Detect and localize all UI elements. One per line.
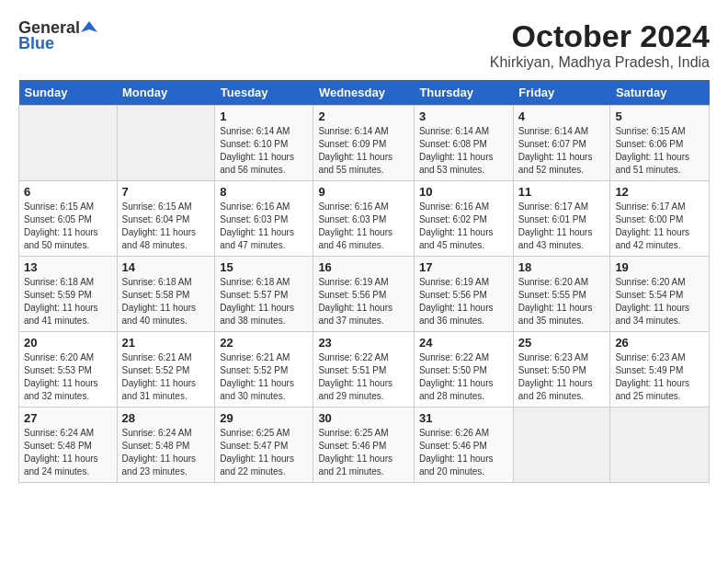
calendar-cell: 26Sunrise: 6:23 AMSunset: 5:49 PMDayligh… — [610, 332, 710, 408]
calendar-cell: 12Sunrise: 6:17 AMSunset: 6:00 PMDayligh… — [610, 181, 710, 257]
day-number: 31 — [419, 411, 508, 425]
day-number: 16 — [318, 260, 409, 274]
calendar-table: SundayMondayTuesdayWednesdayThursdayFrid… — [18, 80, 710, 483]
day-info: Sunrise: 6:16 AMSunset: 6:03 PMDaylight:… — [220, 201, 308, 252]
day-number: 29 — [220, 411, 308, 425]
calendar-cell: 4Sunrise: 6:14 AMSunset: 6:07 PMDaylight… — [513, 106, 610, 181]
calendar-cell: 6Sunrise: 6:15 AMSunset: 6:05 PMDaylight… — [19, 181, 118, 257]
day-number: 14 — [122, 260, 210, 274]
day-number: 5 — [615, 109, 704, 123]
calendar-week-2: 6Sunrise: 6:15 AMSunset: 6:05 PMDaylight… — [19, 181, 710, 257]
calendar-cell: 19Sunrise: 6:20 AMSunset: 5:54 PMDayligh… — [610, 257, 710, 332]
day-number: 12 — [615, 185, 704, 199]
calendar-cell: 31Sunrise: 6:26 AMSunset: 5:46 PMDayligh… — [414, 408, 513, 483]
calendar-week-5: 27Sunrise: 6:24 AMSunset: 5:48 PMDayligh… — [19, 408, 710, 483]
day-info: Sunrise: 6:15 AMSunset: 6:05 PMDaylight:… — [24, 201, 112, 252]
calendar-cell: 8Sunrise: 6:16 AMSunset: 6:03 PMDaylight… — [215, 181, 313, 257]
day-info: Sunrise: 6:20 AMSunset: 5:55 PMDaylight:… — [518, 276, 606, 327]
day-info: Sunrise: 6:14 AMSunset: 6:08 PMDaylight:… — [419, 125, 508, 177]
calendar-cell: 1Sunrise: 6:14 AMSunset: 6:10 PMDaylight… — [215, 106, 313, 181]
page-header: General Blue October 2024 Khirkiyan, Mad… — [18, 18, 710, 71]
calendar-cell: 27Sunrise: 6:24 AMSunset: 5:48 PMDayligh… — [19, 408, 118, 483]
day-info: Sunrise: 6:22 AMSunset: 5:51 PMDaylight:… — [318, 351, 409, 403]
day-info: Sunrise: 6:17 AMSunset: 6:01 PMDaylight:… — [518, 201, 606, 252]
day-info: Sunrise: 6:15 AMSunset: 6:04 PMDaylight:… — [122, 201, 210, 252]
weekday-header-sunday: Sunday — [19, 80, 118, 106]
day-number: 27 — [24, 411, 112, 425]
svg-marker-0 — [81, 21, 97, 32]
day-number: 25 — [518, 336, 606, 350]
weekday-header-saturday: Saturday — [610, 80, 710, 106]
day-info: Sunrise: 6:14 AMSunset: 6:09 PMDaylight:… — [318, 125, 409, 177]
day-info: Sunrise: 6:20 AMSunset: 5:54 PMDaylight:… — [615, 276, 704, 327]
day-number: 23 — [318, 336, 409, 350]
day-info: Sunrise: 6:25 AMSunset: 5:46 PMDaylight:… — [318, 427, 409, 478]
calendar-header-row: SundayMondayTuesdayWednesdayThursdayFrid… — [19, 80, 710, 106]
weekday-header-monday: Monday — [117, 80, 215, 106]
calendar-cell: 22Sunrise: 6:21 AMSunset: 5:52 PMDayligh… — [215, 332, 313, 408]
day-number: 21 — [122, 336, 210, 350]
calendar-cell: 7Sunrise: 6:15 AMSunset: 6:04 PMDaylight… — [117, 181, 215, 257]
day-number: 7 — [122, 185, 210, 199]
calendar-week-4: 20Sunrise: 6:20 AMSunset: 5:53 PMDayligh… — [19, 332, 710, 408]
calendar-body: 1Sunrise: 6:14 AMSunset: 6:10 PMDaylight… — [19, 106, 710, 483]
day-info: Sunrise: 6:23 AMSunset: 5:50 PMDaylight:… — [518, 351, 606, 403]
day-number: 28 — [122, 411, 210, 425]
day-number: 30 — [318, 411, 409, 425]
day-info: Sunrise: 6:16 AMSunset: 6:03 PMDaylight:… — [318, 201, 409, 252]
day-info: Sunrise: 6:17 AMSunset: 6:00 PMDaylight:… — [615, 201, 704, 252]
day-number: 19 — [615, 260, 704, 274]
calendar-cell: 18Sunrise: 6:20 AMSunset: 5:55 PMDayligh… — [513, 257, 610, 332]
logo-bird-icon — [81, 19, 97, 36]
calendar-cell: 23Sunrise: 6:22 AMSunset: 5:51 PMDayligh… — [313, 332, 415, 408]
calendar-cell — [610, 408, 710, 483]
calendar-cell: 30Sunrise: 6:25 AMSunset: 5:46 PMDayligh… — [313, 408, 415, 483]
day-info: Sunrise: 6:22 AMSunset: 5:50 PMDaylight:… — [419, 351, 508, 403]
calendar-cell: 24Sunrise: 6:22 AMSunset: 5:50 PMDayligh… — [414, 332, 513, 408]
day-number: 4 — [518, 109, 606, 123]
calendar-cell — [19, 106, 118, 181]
day-number: 20 — [24, 336, 112, 350]
day-info: Sunrise: 6:21 AMSunset: 5:52 PMDaylight:… — [122, 351, 210, 403]
calendar-cell — [513, 408, 610, 483]
calendar-cell: 16Sunrise: 6:19 AMSunset: 5:56 PMDayligh… — [313, 257, 415, 332]
day-info: Sunrise: 6:18 AMSunset: 5:59 PMDaylight:… — [24, 276, 112, 327]
day-number: 2 — [318, 109, 409, 123]
calendar-cell: 9Sunrise: 6:16 AMSunset: 6:03 PMDaylight… — [313, 181, 415, 257]
day-info: Sunrise: 6:21 AMSunset: 5:52 PMDaylight:… — [220, 351, 308, 403]
calendar-cell: 29Sunrise: 6:25 AMSunset: 5:47 PMDayligh… — [215, 408, 313, 483]
day-info: Sunrise: 6:14 AMSunset: 6:10 PMDaylight:… — [220, 125, 308, 177]
calendar-cell: 14Sunrise: 6:18 AMSunset: 5:58 PMDayligh… — [117, 257, 215, 332]
day-number: 26 — [615, 336, 704, 350]
calendar-cell: 2Sunrise: 6:14 AMSunset: 6:09 PMDaylight… — [313, 106, 415, 181]
calendar-cell: 21Sunrise: 6:21 AMSunset: 5:52 PMDayligh… — [117, 332, 215, 408]
day-number: 15 — [220, 260, 308, 274]
day-number: 13 — [24, 260, 112, 274]
day-number: 17 — [419, 260, 508, 274]
day-number: 24 — [419, 336, 508, 350]
day-number: 8 — [220, 185, 308, 199]
day-info: Sunrise: 6:18 AMSunset: 5:57 PMDaylight:… — [220, 276, 308, 327]
day-info: Sunrise: 6:14 AMSunset: 6:07 PMDaylight:… — [518, 125, 606, 177]
calendar-cell: 11Sunrise: 6:17 AMSunset: 6:01 PMDayligh… — [513, 181, 610, 257]
logo: General Blue — [18, 18, 97, 53]
day-info: Sunrise: 6:19 AMSunset: 5:56 PMDaylight:… — [318, 276, 409, 327]
day-number: 3 — [419, 109, 508, 123]
day-number: 9 — [318, 185, 409, 199]
day-info: Sunrise: 6:20 AMSunset: 5:53 PMDaylight:… — [24, 351, 112, 403]
day-info: Sunrise: 6:23 AMSunset: 5:49 PMDaylight:… — [615, 351, 704, 403]
calendar-week-3: 13Sunrise: 6:18 AMSunset: 5:59 PMDayligh… — [19, 257, 710, 332]
calendar-cell — [117, 106, 215, 181]
day-info: Sunrise: 6:24 AMSunset: 5:48 PMDaylight:… — [122, 427, 210, 478]
calendar-cell: 15Sunrise: 6:18 AMSunset: 5:57 PMDayligh… — [215, 257, 313, 332]
day-info: Sunrise: 6:24 AMSunset: 5:48 PMDaylight:… — [24, 427, 112, 478]
day-number: 1 — [220, 109, 308, 123]
calendar-week-1: 1Sunrise: 6:14 AMSunset: 6:10 PMDaylight… — [19, 106, 710, 181]
calendar-cell: 20Sunrise: 6:20 AMSunset: 5:53 PMDayligh… — [19, 332, 118, 408]
day-number: 11 — [518, 185, 606, 199]
day-info: Sunrise: 6:16 AMSunset: 6:02 PMDaylight:… — [419, 201, 508, 252]
day-info: Sunrise: 6:26 AMSunset: 5:46 PMDaylight:… — [419, 427, 508, 478]
weekday-header-friday: Friday — [513, 80, 610, 106]
day-number: 18 — [518, 260, 606, 274]
calendar-cell: 17Sunrise: 6:19 AMSunset: 5:56 PMDayligh… — [414, 257, 513, 332]
